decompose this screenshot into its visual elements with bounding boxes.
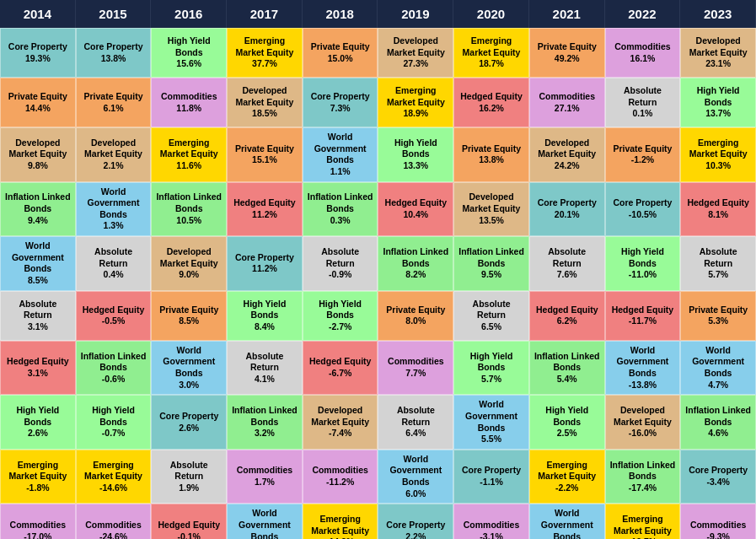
cell-r3-c6: Developed Market Equity13.5%	[453, 182, 529, 237]
cell-r8-c3: Commodities1.7%	[227, 450, 303, 504]
cell-r3-c3: Hedged Equity11.2%	[227, 182, 303, 237]
cell-r9-c6: Commodities-3.1%	[453, 504, 529, 539]
cell-r5-c4: High Yield Bonds-2.7%	[303, 291, 378, 341]
cell-r5-c2: Private Equity8.5%	[151, 291, 227, 341]
cell-r6-c6: High Yield Bonds5.7%	[453, 341, 529, 396]
header-row: 2014201520162017201820192020202120222023	[0, 0, 756, 28]
cell-r7-c5: Absolute Return6.4%	[378, 395, 453, 450]
cell-r3-c8: Core Property-10.5%	[605, 182, 681, 237]
cell-r1-c8: Absolute Return0.1%	[605, 78, 681, 127]
cell-r8-c8: Inflation Linked Bonds-17.4%	[605, 450, 681, 504]
cell-r0-c3: Emerging Market Equity37.7%	[227, 28, 303, 78]
year-header-2021: 2021	[529, 0, 605, 28]
cell-r2-c6: Private Equity13.8%	[453, 127, 529, 182]
cell-r7-c6: World Government Bonds5.5%	[453, 395, 529, 450]
cell-r6-c4: Hedged Equity-6.7%	[303, 341, 378, 396]
cell-r7-c7: High Yield Bonds2.5%	[529, 395, 605, 450]
year-header-2019: 2019	[378, 0, 453, 28]
cell-r6-c7: Inflation Linked Bonds5.4%	[529, 341, 605, 396]
cell-r5-c9: Private Equity5.3%	[680, 291, 756, 341]
cell-r6-c5: Commodities7.7%	[378, 341, 453, 396]
cell-r0-c0: Core Property19.3%	[0, 28, 76, 78]
cell-r5-c5: Private Equity8.0%	[378, 291, 453, 341]
cell-r9-c7: World Government Bonds-2.6%	[529, 504, 605, 539]
cell-r9-c1: Commodities-24.6%	[76, 504, 152, 539]
cell-r8-c6: Core Property-1.1%	[453, 450, 529, 504]
cell-r9-c9: Commodities-9.3%	[680, 504, 756, 539]
cell-r2-c9: Emerging Market Equity10.3%	[680, 127, 756, 182]
year-header-2015: 2015	[76, 0, 152, 28]
cell-r2-c8: Private Equity-1.2%	[605, 127, 681, 182]
cell-r4-c1: Absolute Return0.4%	[76, 236, 152, 291]
year-header-2018: 2018	[303, 0, 378, 28]
cell-r4-c8: High Yield Bonds-11.0%	[605, 236, 681, 291]
cell-r9-c4: Emerging Market Equity-14.2%	[303, 504, 378, 539]
cell-r3-c2: Inflation Linked Bonds10.5%	[151, 182, 227, 237]
cell-r8-c5: World Government Bonds6.0%	[378, 450, 453, 504]
cell-r6-c1: Inflation Linked Bonds-0.6%	[76, 341, 152, 396]
cell-r6-c2: World Government Bonds3.0%	[151, 341, 227, 396]
cell-r1-c6: Hedged Equity16.2%	[453, 78, 529, 127]
cell-r2-c7: Developed Market Equity24.2%	[529, 127, 605, 182]
cell-r9-c5: Core Property2.2%	[378, 504, 453, 539]
cell-r6-c8: World Government Bonds-13.8%	[605, 341, 681, 396]
cell-r4-c3: Core Property11.2%	[227, 236, 303, 291]
cell-r0-c2: High Yield Bonds15.6%	[151, 28, 227, 78]
cell-r1-c1: Private Equity6.1%	[76, 78, 152, 127]
cell-r1-c0: Private Equity14.4%	[0, 78, 76, 127]
cell-r7-c1: High Yield Bonds-0.7%	[76, 395, 152, 450]
cell-r5-c0: Absolute Return3.1%	[0, 291, 76, 341]
cell-r6-c3: Absolute Return4.1%	[227, 341, 303, 396]
cell-r0-c8: Commodities16.1%	[605, 28, 681, 78]
cell-r6-c0: Hedged Equity3.1%	[0, 341, 76, 396]
cell-r9-c3: World Government Bonds1.2%	[227, 504, 303, 539]
cell-r7-c8: Developed Market Equity-16.0%	[605, 395, 681, 450]
cell-r8-c1: Emerging Market Equity-14.6%	[76, 450, 152, 504]
cell-r1-c3: Developed Market Equity18.5%	[227, 78, 303, 127]
cell-r9-c2: Hedged Equity-0.1%	[151, 504, 227, 539]
cell-r7-c4: Developed Market Equity-7.4%	[303, 395, 378, 450]
cell-r5-c6: Absolute Return6.5%	[453, 291, 529, 341]
cell-r4-c0: World Government Bonds8.5%	[0, 236, 76, 291]
cell-r0-c9: Developed Market Equity23.1%	[680, 28, 756, 78]
cell-r8-c7: Emerging Market Equity-2.2%	[529, 450, 605, 504]
cell-r8-c4: Commodities-11.2%	[303, 450, 378, 504]
cell-r2-c4: World Government Bonds1.1%	[303, 127, 378, 182]
cell-r2-c3: Private Equity15.1%	[227, 127, 303, 182]
year-header-2016: 2016	[151, 0, 227, 28]
cell-r2-c5: High Yield Bonds13.3%	[378, 127, 453, 182]
cell-r8-c0: Emerging Market Equity-1.8%	[0, 450, 76, 504]
cell-r3-c7: Core Property20.1%	[529, 182, 605, 237]
cell-r2-c2: Emerging Market Equity11.6%	[151, 127, 227, 182]
cell-r4-c6: Inflation Linked Bonds9.5%	[453, 236, 529, 291]
cell-r5-c7: Hedged Equity6.2%	[529, 291, 605, 341]
cell-r5-c8: Hedged Equity-11.7%	[605, 291, 681, 341]
cell-r2-c1: Developed Market Equity2.1%	[76, 127, 152, 182]
main-table: 2014201520162017201820192020202120222023…	[0, 0, 756, 539]
cell-r4-c2: Developed Market Equity9.0%	[151, 236, 227, 291]
cell-r0-c5: Developed Market Equity27.3%	[378, 28, 453, 78]
cell-r1-c7: Commodities27.1%	[529, 78, 605, 127]
cell-r3-c4: Inflation Linked Bonds0.3%	[303, 182, 378, 237]
cell-r5-c1: Hedged Equity-0.5%	[76, 291, 152, 341]
cell-r1-c9: High Yield Bonds13.7%	[680, 78, 756, 127]
cell-r3-c5: Hedged Equity10.4%	[378, 182, 453, 237]
cell-r5-c3: High Yield Bonds8.4%	[227, 291, 303, 341]
cell-r7-c2: Core Property2.6%	[151, 395, 227, 450]
cell-r0-c4: Private Equity15.0%	[303, 28, 378, 78]
cell-r8-c9: Core Property-3.4%	[680, 450, 756, 504]
cell-r2-c0: Developed Market Equity9.8%	[0, 127, 76, 182]
cell-r0-c7: Private Equity49.2%	[529, 28, 605, 78]
cell-r4-c5: Inflation Linked Bonds8.2%	[378, 236, 453, 291]
cell-r7-c9: Inflation Linked Bonds4.6%	[680, 395, 756, 450]
cell-r9-c8: Emerging Market Equity-19.7%	[605, 504, 681, 539]
cell-r4-c9: Absolute Return5.7%	[680, 236, 756, 291]
grid-body: Core Property19.3%Core Property13.8%High…	[0, 28, 756, 539]
cell-r0-c1: Core Property13.8%	[76, 28, 152, 78]
cell-r7-c0: High Yield Bonds2.6%	[0, 395, 76, 450]
year-header-2017: 2017	[227, 0, 303, 28]
cell-r3-c0: Inflation Linked Bonds9.4%	[0, 182, 76, 237]
cell-r7-c3: Inflation Linked Bonds3.2%	[227, 395, 303, 450]
year-header-2022: 2022	[605, 0, 681, 28]
cell-r6-c9: World Government Bonds4.7%	[680, 341, 756, 396]
